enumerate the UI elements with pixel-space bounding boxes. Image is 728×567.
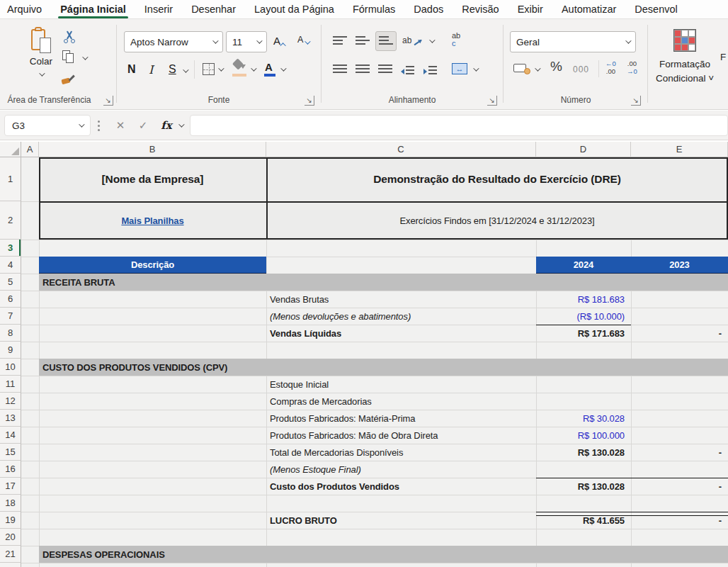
row-header-15[interactable]: 15	[0, 444, 21, 461]
menu-tab-desenvol[interactable]: Desenvol	[625, 0, 686, 18]
decrease-decimal-button[interactable]: .00 →0	[627, 60, 637, 76]
font-dialog-launcher[interactable]: ↘	[305, 96, 314, 106]
fx-dropdown-icon[interactable]	[178, 121, 184, 127]
row-header-9[interactable]: 9	[0, 342, 21, 359]
increase-indent-button[interactable]	[423, 64, 437, 77]
orientation-button[interactable]: ab	[402, 36, 411, 45]
row-header-10[interactable]: 10	[0, 359, 21, 376]
row-header-3[interactable]: 3	[0, 240, 21, 257]
align-top-button[interactable]	[333, 36, 347, 46]
row-header-7[interactable]: 7	[0, 308, 21, 325]
fill-color-button[interactable]	[232, 60, 246, 73]
menu-tab-dados[interactable]: Dados	[404, 0, 453, 18]
cell-C6[interactable]: Vendas Brutas	[266, 291, 536, 308]
cut-button[interactable]	[62, 30, 76, 43]
percent-style-button[interactable]: %	[550, 59, 562, 74]
number-format-select[interactable]: Geral	[510, 31, 636, 52]
font-color-button[interactable]: A	[265, 62, 273, 72]
cell-C8[interactable]: Vendas Líquidas	[266, 325, 536, 342]
cell-D13[interactable]: R$ 30.028	[536, 410, 631, 427]
underline-dropdown-icon[interactable]	[183, 67, 188, 72]
cell-C16[interactable]: (Menos Estoque Final)	[266, 461, 536, 478]
row-header-12[interactable]: 12	[0, 393, 21, 410]
cell-E15[interactable]: -	[631, 444, 728, 461]
format-painter-button[interactable]	[59, 70, 76, 86]
row-header-14[interactable]: 14	[0, 427, 21, 444]
cell-B4[interactable]: Descrição	[39, 257, 266, 274]
menu-tab-exibir[interactable]: Exibir	[508, 0, 552, 18]
menu-tab-arquivo[interactable]: Arquivo	[0, 0, 51, 18]
cell-C13[interactable]: Produtos Fabricados: Matéria-Prima	[266, 410, 536, 427]
confirm-button[interactable]: ✓	[133, 115, 153, 136]
row-header-13[interactable]: 13	[0, 410, 21, 427]
cell-C7[interactable]: (Menos devoluções e abatimentos)	[266, 308, 536, 325]
row-header-2[interactable]: 2	[0, 201, 21, 240]
column-header-A[interactable]: A	[21, 142, 39, 157]
merge-center-button[interactable]: ↔	[452, 63, 467, 74]
cell-E4[interactable]: 2023	[631, 257, 728, 274]
column-header-B[interactable]: B	[39, 142, 266, 157]
cell-E17[interactable]: -	[631, 478, 728, 495]
menu-tab-desenhar[interactable]: Desenhar	[182, 0, 245, 18]
clipboard-dialog-launcher[interactable]: ↘	[103, 96, 113, 106]
cell-D8[interactable]: R$ 171.683	[536, 325, 631, 342]
font-size-select[interactable]: 11	[226, 31, 267, 52]
cell-BE10[interactable]: CUSTO DOS PRODUTOS VENDIDOS (CPV)	[39, 359, 728, 376]
conditional-formatting-button[interactable]: Formatação Condicional ˅	[649, 29, 720, 85]
insert-function-button[interactable]: fx	[157, 115, 176, 136]
row-header-5[interactable]: 5	[0, 274, 21, 291]
align-bottom-button-selected[interactable]	[375, 31, 397, 51]
cell-B2[interactable]: Mais Planilhas	[39, 201, 266, 240]
bold-button[interactable]: N	[127, 63, 136, 76]
alignment-dialog-launcher[interactable]: ↘	[487, 96, 497, 106]
underline-button[interactable]: S	[169, 63, 176, 76]
paste-dropdown-icon[interactable]	[39, 70, 45, 76]
menu-tab-inserir[interactable]: Inserir	[135, 0, 182, 18]
cell-D15[interactable]: R$ 130.028	[536, 444, 631, 461]
comma-style-button[interactable]: 000	[573, 64, 589, 74]
cell-C17[interactable]: Custo dos Produtos Vendidos	[266, 478, 536, 495]
borders-dropdown-icon[interactable]	[218, 65, 224, 71]
row-header-20[interactable]: 20	[0, 529, 21, 546]
copy-dropdown-icon[interactable]	[82, 54, 88, 60]
column-header-E[interactable]: E	[631, 142, 728, 157]
orientation-dropdown-icon[interactable]	[429, 37, 435, 43]
menu-tab-revisão[interactable]: Revisão	[453, 0, 508, 18]
accounting-dropdown-icon[interactable]	[535, 65, 540, 71]
cell-E8[interactable]: -	[631, 325, 728, 342]
cell-C12[interactable]: Compras de Mercadorias	[266, 393, 536, 410]
cell-C11[interactable]: Estoque Inicial	[266, 376, 536, 393]
cell-B1[interactable]: [Nome da Empresa]	[39, 157, 266, 201]
cell-D7[interactable]: (R$ 10.000)	[536, 308, 631, 325]
name-box[interactable]: G3	[4, 115, 91, 136]
merge-dropdown-icon[interactable]	[473, 65, 479, 71]
row-header-19[interactable]: 19	[0, 512, 21, 529]
align-center-button[interactable]	[356, 64, 370, 73]
paste-button[interactable]: Colar	[23, 28, 59, 79]
align-middle-button[interactable]	[356, 36, 370, 46]
cell-BE5[interactable]: RECEITA BRUTA	[39, 274, 728, 291]
column-header-D[interactable]: D	[536, 142, 631, 157]
select-all-corner[interactable]	[0, 142, 21, 157]
accounting-format-button[interactable]	[513, 63, 530, 74]
cell-D4[interactable]: 2024	[536, 257, 631, 274]
cell-C15[interactable]: Total de Mercadorias Disponíveis	[266, 444, 536, 461]
align-left-button[interactable]	[333, 64, 347, 73]
copy-button[interactable]	[62, 50, 76, 64]
formula-bar-handle[interactable]	[98, 120, 100, 123]
row-header-16[interactable]: 16	[0, 461, 21, 478]
row-header-8[interactable]: 8	[0, 325, 21, 342]
grow-font-button[interactable]: A	[273, 35, 286, 47]
number-dialog-launcher[interactable]: ↘	[631, 96, 641, 106]
row-header-22[interactable]: 22	[0, 563, 21, 567]
cell-D14[interactable]: R$ 100.000	[536, 427, 631, 444]
cell-CE2[interactable]: Exercícios Findos em [31/12/2024 e 31/12…	[266, 201, 728, 240]
menu-tab-página-inicial[interactable]: Página Inicial	[51, 0, 135, 18]
row-header-1[interactable]: 1	[0, 157, 21, 201]
italic-button[interactable]: I	[149, 63, 153, 77]
font-color-dropdown-icon[interactable]	[280, 65, 286, 71]
row-header-21[interactable]: 21	[0, 546, 21, 563]
row-header-18[interactable]: 18	[0, 495, 21, 512]
row-header-6[interactable]: 6	[0, 291, 21, 308]
formula-input[interactable]	[190, 115, 728, 136]
